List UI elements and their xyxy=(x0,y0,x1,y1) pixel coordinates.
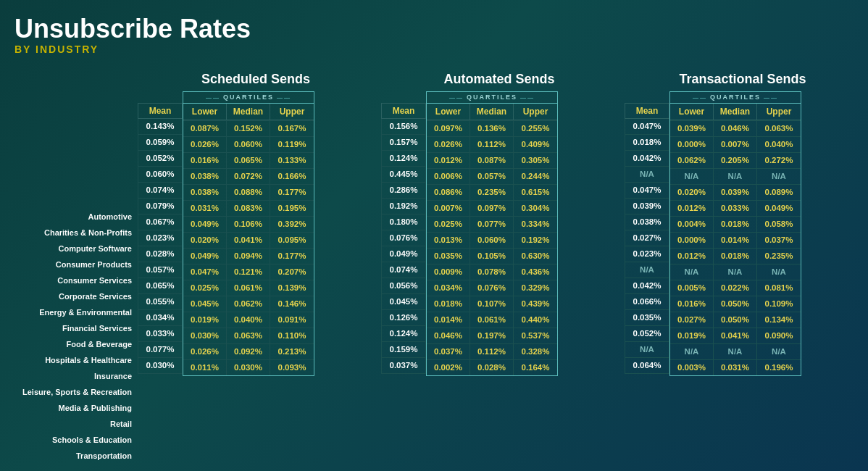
q-cell-1-3-2: 0.244% xyxy=(514,168,557,184)
q-row-0-13: 0.030%0.063%0.110% xyxy=(183,328,314,343)
q-cell-2-2-1: 0.205% xyxy=(714,152,757,168)
q-cell-2-0-2: 0.063% xyxy=(757,120,801,136)
mean-cell-2-10: 0.042% xyxy=(625,278,669,294)
q-header-lower-0: Lower xyxy=(183,104,227,120)
q-cell-1-9-1: 0.078% xyxy=(470,264,514,280)
section-title-2: Transactional Sends xyxy=(625,70,861,88)
q-row-2-6: 0.004%0.018%0.058% xyxy=(670,216,801,232)
data-layout: AutomotiveCharities & Non-ProfitsCompute… xyxy=(14,70,861,464)
mean-cell-0-3: 0.060% xyxy=(138,167,183,183)
mean-cell-0-8: 0.028% xyxy=(138,246,183,262)
q-cell-0-10-1: 0.061% xyxy=(227,280,270,296)
q-cell-0-14-0: 0.026% xyxy=(183,343,227,359)
q-cell-2-10-2: 0.081% xyxy=(757,280,801,296)
q-cell-1-6-1: 0.077% xyxy=(470,216,514,232)
q-row-1-13: 0.046%0.197%0.537% xyxy=(427,328,557,343)
q-row-2-4: 0.020%0.039%0.089% xyxy=(670,184,801,200)
q-cell-0-13-0: 0.030% xyxy=(183,328,227,343)
mean-cell-1-5: 0.192% xyxy=(381,199,426,214)
section-1: Automated SendsMean0.156%0.157%0.124%0.4… xyxy=(381,70,617,376)
row-label-computer-software: Computer Software xyxy=(14,241,138,257)
q-cell-0-6-0: 0.049% xyxy=(183,216,227,232)
q-cell-0-1-2: 0.119% xyxy=(270,136,314,152)
q-cell-1-5-1: 0.097% xyxy=(470,200,514,216)
q-cell-0-9-1: 0.121% xyxy=(227,264,270,280)
q-cell-2-3-2: N/A xyxy=(757,168,801,184)
q-cell-2-7-1: 0.014% xyxy=(714,232,757,248)
q-cell-2-15-0: 0.003% xyxy=(670,359,714,375)
q-row-1-10: 0.034%0.076%0.329% xyxy=(427,280,557,296)
mean-cell-0-1: 0.059% xyxy=(138,135,183,151)
mean-cell-2-15: 0.064% xyxy=(625,358,669,374)
q-cell-2-6-2: 0.058% xyxy=(757,216,801,232)
q-row-1-4: 0.086%0.235%0.615% xyxy=(427,184,557,200)
q-cell-0-6-1: 0.106% xyxy=(227,216,270,232)
mean-cell-1-0: 0.156% xyxy=(381,119,426,135)
mean-cell-1-3: 0.445% xyxy=(381,167,426,183)
q-cell-1-12-0: 0.014% xyxy=(427,312,470,328)
q-cell-1-2-2: 0.305% xyxy=(514,152,557,168)
q-cell-0-5-1: 0.083% xyxy=(227,200,270,216)
mean-cell-0-6: 0.067% xyxy=(138,214,183,230)
q-cell-1-9-2: 0.436% xyxy=(514,264,557,280)
q-cell-0-5-2: 0.195% xyxy=(270,200,314,216)
mean-cell-1-13: 0.124% xyxy=(381,326,426,342)
q-row-0-14: 0.026%0.092%0.213% xyxy=(183,343,314,359)
q-cell-2-6-0: 0.004% xyxy=(670,216,714,232)
q-cell-0-1-0: 0.026% xyxy=(183,136,227,152)
q-cell-0-3-0: 0.038% xyxy=(183,168,227,184)
q-cell-0-4-0: 0.038% xyxy=(183,184,227,200)
q-row-2-9: N/AN/AN/A xyxy=(670,264,801,280)
q-header-lower-1: Lower xyxy=(427,104,470,120)
mean-cell-1-12: 0.126% xyxy=(381,310,426,326)
mean-cell-1-11: 0.045% xyxy=(381,294,426,310)
q-cell-0-11-0: 0.045% xyxy=(183,296,227,312)
q-cell-0-4-2: 0.177% xyxy=(270,184,314,200)
q-row-1-14: 0.037%0.112%0.328% xyxy=(427,343,557,359)
q-cell-1-2-0: 0.012% xyxy=(427,152,470,168)
q-row-2-11: 0.016%0.050%0.109% xyxy=(670,296,801,312)
q-row-1-9: 0.009%0.078%0.436% xyxy=(427,264,557,280)
q-cell-0-8-1: 0.094% xyxy=(227,248,270,264)
q-cell-1-12-1: 0.061% xyxy=(470,312,514,328)
q-cell-0-7-1: 0.041% xyxy=(227,232,270,248)
q-cell-1-4-1: 0.235% xyxy=(470,184,514,200)
q-cell-2-9-1: N/A xyxy=(714,264,757,280)
q-cell-1-6-2: 0.334% xyxy=(514,216,557,232)
q-row-2-2: 0.062%0.205%0.272% xyxy=(670,152,801,168)
mean-cell-1-9: 0.074% xyxy=(381,262,426,278)
q-row-0-7: 0.020%0.041%0.095% xyxy=(183,232,314,248)
q-cell-1-1-0: 0.026% xyxy=(427,136,470,152)
q-cell-0-13-2: 0.110% xyxy=(270,328,314,343)
q-cell-1-13-2: 0.537% xyxy=(514,328,557,343)
q-cell-1-15-2: 0.164% xyxy=(514,359,557,375)
q-row-1-1: 0.026%0.112%0.409% xyxy=(427,136,557,152)
q-cell-2-12-1: 0.050% xyxy=(714,312,757,328)
q-row-0-15: 0.011%0.030%0.093% xyxy=(183,359,314,375)
q-cell-1-14-2: 0.328% xyxy=(514,343,557,359)
q-row-1-6: 0.025%0.077%0.334% xyxy=(427,216,557,232)
quartiles-label-0: QUARTILES xyxy=(183,92,314,104)
q-cell-1-15-0: 0.002% xyxy=(427,359,470,375)
q-cell-0-12-1: 0.040% xyxy=(227,312,270,328)
q-cell-0-13-1: 0.063% xyxy=(227,328,270,343)
q-cell-0-7-2: 0.095% xyxy=(270,232,314,248)
q-row-0-10: 0.025%0.061%0.139% xyxy=(183,280,314,296)
q-cell-2-12-0: 0.027% xyxy=(670,312,714,328)
mean-cell-1-8: 0.049% xyxy=(381,246,426,262)
q-cell-0-8-2: 0.177% xyxy=(270,248,314,264)
q-row-0-3: 0.038%0.072%0.166% xyxy=(183,168,314,184)
q-cell-0-15-2: 0.093% xyxy=(270,359,314,375)
q-cell-2-15-1: 0.031% xyxy=(714,359,757,375)
row-label-schools---education: Schools & Education xyxy=(14,432,138,448)
q-row-0-8: 0.049%0.094%0.177% xyxy=(183,248,314,264)
q-cell-1-6-0: 0.025% xyxy=(427,216,470,232)
q-cell-0-2-1: 0.065% xyxy=(227,152,270,168)
q-row-2-8: 0.012%0.018%0.235% xyxy=(670,248,801,264)
mean-cell-0-7: 0.023% xyxy=(138,230,183,246)
q-cell-2-5-1: 0.033% xyxy=(714,200,757,216)
q-cell-0-5-0: 0.031% xyxy=(183,200,227,216)
q-cell-0-4-1: 0.088% xyxy=(227,184,270,200)
q-cell-1-0-0: 0.097% xyxy=(427,120,470,136)
q-cell-2-5-0: 0.012% xyxy=(670,200,714,216)
